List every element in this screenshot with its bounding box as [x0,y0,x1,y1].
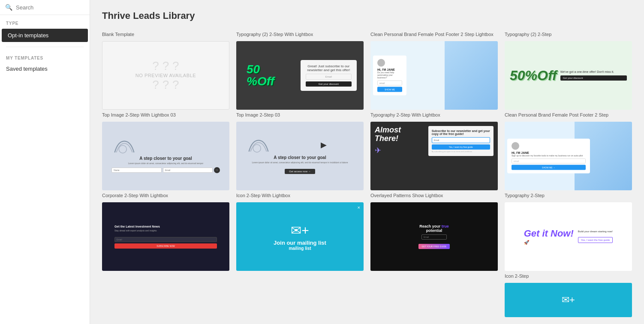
git-btn[interactable]: Yes, I want the free guide [578,237,613,243]
cpb-overlay: HI, I'M JANE Do you need help automating… [373,56,406,96]
git-now: Get it Now! [524,228,574,239]
blank-thumb-inner: ? ? ? NO PREVIEW AVAILABLE ? ? ? [102,42,229,109]
git-now-wrap: Get it Now! 🚀 [524,228,574,244]
get-discount-btn[interactable]: Get your discount [560,75,627,81]
blank-thumb-content: ? ? ? NO PREVIEW AVAILABLE ? ? ? [135,59,196,92]
icon2step-email: ✉+ [562,294,575,306]
overlayed-inner: Reach your true potential GET YOUR FREE … [370,202,498,271]
lightbox-content: Great! Just subscribe to our newsletter … [301,60,357,91]
search-input[interactable] [16,4,88,11]
almost-btn[interactable]: Yes, I want my free guide [432,144,490,150]
almost-text: Almost There! [375,126,425,143]
blank-template-card[interactable]: ? ? ? NO PREVIEW AVAILABLE ? ? ? [102,41,229,110]
name-input[interactable] [111,168,161,173]
cpb2-avatar [512,142,519,150]
icon2step-close[interactable]: × [358,205,360,210]
col-2: Typography (2) 2-Step With Lightbox 50%O… [236,32,364,317]
sidebar-item-optin[interactable]: Opt-in templates [2,29,88,42]
lightbox-title: Great! Just subscribe to our newsletter … [306,64,352,72]
typ2step-lb2-card[interactable]: Almost There! ✈ Subscribe to our newslet… [370,122,498,190]
top-image-card[interactable]: A step closer to your goal Lorem ipsum d… [102,122,229,190]
lightbox-btn[interactable]: Get your discount [306,81,352,87]
fifty-off-text: 50%Off [247,63,274,87]
reach-potential: potential [418,228,450,233]
reach-line1: Reach your true [418,224,450,228]
reach-btn-wrap: GET YOUR FREE GUIDE [418,241,450,249]
typ2step-lb-name: Typography (2) 2-Step With Lightbox [236,32,364,39]
blank-template-wrap: Blank Template ? ? ? NO PREVIEW AVAILABL… [102,32,229,110]
top-image-03-card[interactable]: A step closer to your goal Lorem ipsum d… [236,122,364,190]
cpb2-input: email [512,159,586,164]
divider [6,47,84,47]
top-image-wrap: Top Image 2-Step With Lightbox 03 A step… [102,112,229,190]
question-marks: ? ? ? [135,59,196,73]
get-access-btn[interactable]: Get access now → [285,169,315,174]
step-closer-text-1: A step closer to your goal [111,156,220,161]
icon2step-card[interactable]: ✉+ [505,283,632,317]
cpb-hi: HI, I'M JANE [377,68,402,71]
cpb2-inner: HI, I'M JANE Sign up to discover my favo… [505,122,632,190]
sidebar: 🔍 × TYPE Opt-in templates MY TEMPLATES S… [0,0,90,324]
typ2step-card[interactable]: Get it Now! 🚀 Build your dream starting … [505,202,632,271]
cpb-email-input: email [377,81,402,86]
icon2step-lb-card[interactable]: × ✉+ Join our mailing list mailing list [236,202,364,271]
col-4: Typography (2) 2-Step 50%Off We've got a… [505,32,632,317]
almost-left: Almost There! ✈ [375,126,425,156]
lorem-1: Lorem ipsum dolor sit amet, consectetur … [111,162,220,165]
typ2-offer-text: We've got a one-time offer! Don't miss i… [560,70,627,73]
page-title: Thrive Leads Library [102,10,632,21]
cpb2-hi: HI, I'M JANE [512,151,586,154]
join-title: Join our mailing list [274,240,326,246]
my-templates-label: MY TEMPLATES [0,51,90,63]
icon2step-lb-name: Icon 2-Step With Lightbox [236,193,364,201]
cpb-show-btn[interactable]: SHOW ME [377,87,402,92]
svg-point-1 [253,144,261,152]
reach-btn[interactable]: GET YOUR FREE GUIDE [418,244,450,249]
typ2step-lb2-wrap: Typography 2-Step With Lightbox Almost T… [370,112,498,190]
top-img-content: A step closer to your goal Lorem ipsum d… [111,139,220,173]
lightbox-email: Email [306,74,352,80]
arc-svg-2 [246,138,271,153]
typ2-card[interactable]: 50%Off We've got a one-time offer! Don't… [505,41,632,110]
typ2step-lb-card[interactable]: 50%Off Great! Just subscribe to our news… [236,41,364,110]
corp-btn[interactable]: SUBSCRIBE NOW [114,243,217,249]
almost-inner: Almost There! ✈ Subscribe to our newslet… [370,122,498,160]
step-closer-text-2: A step closer to your goal [246,155,354,160]
almost-right: Subscribe to our newsletter and get your… [428,126,494,156]
question-marks-2: ? ? ? [135,78,196,92]
col-1: Blank Template ? ? ? NO PREVIEW AVAILABL… [102,32,229,317]
search-bar[interactable]: 🔍 × [0,0,90,15]
corporate-inner: Get the Latest Investment News Stay ahea… [102,202,229,271]
almost-email[interactable] [432,137,490,143]
cpb2-show-btn[interactable]: SHOW ME → [512,165,586,170]
typ2step-name: Typography 2-Step [505,193,632,201]
col-3: Clean Personal Brand Female Post Footer … [370,32,498,317]
reach-email[interactable] [421,234,447,240]
cpb-card[interactable]: HI, I'M JANE Do you need help automating… [370,41,498,110]
sidebar-item-saved-templates[interactable]: Saved templates [0,63,90,75]
email-icon: ✉+ [291,223,309,238]
cpb2-panel: HI, I'M JANE Sign up to discover my favo… [507,139,590,174]
email-input[interactable] [163,168,213,173]
typ2step-inner: Get it Now! 🚀 Build your dream starting … [505,202,632,271]
cpb-overlay-panel: HI, I'M JANE Do you need help automating… [373,56,424,96]
overlayed-card[interactable]: Reach your true potential GET YOUR FREE … [370,202,498,271]
almost-subscribe: Subscribe to our newsletter and get your… [432,129,490,135]
get-access-btn-wrap: Get access now → [246,166,354,174]
typ2step-wrap: Typography 2-Step Get it Now! 🚀 Build yo… [505,193,632,271]
cpb2-wrap: Clean Personal Brand Female Post Footer … [505,112,632,190]
submit-btn[interactable]: → [214,167,220,173]
main-content: Thrive Leads Library Blank Template ? ? … [90,0,644,324]
rocket-icon: 🚀 [524,240,574,245]
corporate-card[interactable]: Get the Latest Investment News Stay ahea… [102,202,229,271]
paper-plane-icon: ✈ [375,146,425,155]
corp-content: Get the Latest Investment News Stay ahea… [114,225,217,249]
blank-template-name: Blank Template [102,32,229,39]
cpb2-card[interactable]: HI, I'M JANE Sign up to discover my favo… [505,122,632,190]
icon2step-lb-wrap: Icon 2-Step With Lightbox × ✉+ Join our … [236,193,364,271]
fifty-badge: 50%Off [510,69,557,82]
icon2step-name: Icon 2-Step [505,273,632,281]
no-preview-text: NO PREVIEW AVAILABLE [135,73,196,78]
typ2-right: We've got a one-time offer! Don't miss i… [560,70,627,81]
corp-email[interactable] [114,237,217,242]
